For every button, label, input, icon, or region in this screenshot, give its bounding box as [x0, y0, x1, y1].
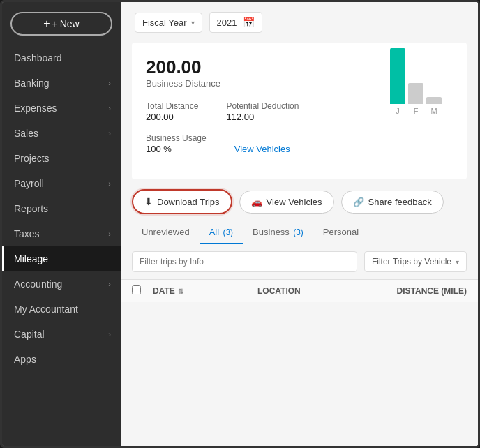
tab-unreviewed[interactable]: Unreviewed: [132, 221, 200, 244]
sidebar-item-expenses-chevron-icon: ›: [108, 104, 111, 112]
sidebar-item-mileage[interactable]: Mileage: [2, 246, 121, 271]
share-feedback-button[interactable]: 🔗 Share feedback: [341, 191, 444, 214]
year-input[interactable]: 2021 📅: [209, 12, 262, 33]
sidebar-item-mileage-label: Mileage: [14, 253, 48, 264]
potential-deduction-value: 112.00: [226, 112, 254, 122]
sidebar-item-taxes-label: Taxes: [14, 228, 40, 239]
sidebar-item-accounting-chevron-icon: ›: [108, 280, 111, 288]
sidebar-item-apps-label: Apps: [14, 354, 36, 365]
filter-vehicle-select[interactable]: Filter Trips by Vehicle ▾: [364, 251, 467, 272]
sidebar-item-expenses-label: Expenses: [14, 103, 57, 114]
card-data: 200.00 Business Distance Total Distance …: [146, 57, 379, 165]
main-distance-value: 200.00: [146, 57, 379, 78]
table-checkbox-col: [132, 285, 146, 297]
sidebar: + + New DashboardBanking›Expenses›Sales›…: [2, 2, 121, 446]
table-header: DATE ⇅ LOCATION DISTANCE (MILE): [121, 279, 478, 302]
chart-bar-label-J: J: [396, 107, 400, 115]
view-vehicles-button[interactable]: 🚗 View Vehicles: [239, 191, 334, 214]
tab-unreviewed-label: Unreviewed: [142, 227, 190, 237]
card-subtitle: Business Distance: [146, 78, 379, 89]
tabs-row: UnreviewedAll (3)Business (3)Personal: [121, 221, 478, 244]
potential-deduction-label: Potential Deduction: [226, 101, 299, 111]
sidebar-item-projects-label: Projects: [14, 153, 50, 164]
feedback-icon: 🔗: [353, 197, 364, 207]
fiscal-year-label: Fiscal Year: [142, 17, 187, 28]
fiscal-year-select[interactable]: Fiscal Year ▾: [135, 13, 202, 33]
app-container: + + New DashboardBanking›Expenses›Sales›…: [0, 0, 480, 448]
card-stats: Total Distance 200.00 Potential Deductio…: [146, 101, 379, 122]
business-usage-value: 100 %: [146, 144, 172, 154]
download-icon: ⬇: [144, 196, 153, 207]
sidebar-item-payroll[interactable]: Payroll›: [2, 171, 121, 196]
location-column-header: LOCATION: [257, 286, 390, 296]
actions-row: ⬇ Download Trips 🚗 View Vehicles 🔗 Share…: [121, 179, 478, 221]
fiscal-year-chevron-icon: ▾: [191, 19, 195, 27]
sidebar-item-my-accountant-label: My Accountant: [14, 304, 78, 315]
download-trips-button[interactable]: ⬇ Download Trips: [132, 189, 232, 214]
filters-row: Filter Trips by Vehicle ▾: [121, 244, 478, 279]
tab-all[interactable]: All (3): [200, 221, 243, 244]
distance-column-header: DISTANCE (MILE): [397, 286, 467, 296]
total-distance-stat: Total Distance 200.00: [146, 101, 198, 122]
chart-bar-fill-J: [390, 48, 405, 104]
sidebar-item-expenses[interactable]: Expenses›: [2, 96, 121, 121]
chart-bar-fill-M: [426, 97, 442, 104]
chart-area: JFM: [390, 57, 453, 126]
tab-business[interactable]: Business (3): [243, 221, 313, 244]
view-vehicles-link[interactable]: View Vehicles: [234, 144, 290, 154]
business-usage-label: Business Usage: [146, 133, 207, 143]
sidebar-item-capital-label: Capital: [14, 329, 45, 340]
tab-personal-label: Personal: [323, 227, 359, 237]
tab-business-label: Business: [253, 227, 290, 237]
total-distance-value: 200.00: [146, 112, 174, 122]
sidebar-item-accounting-label: Accounting: [14, 278, 62, 290]
sidebar-item-reports[interactable]: Reports: [2, 196, 121, 221]
tab-all-label: All: [209, 227, 219, 237]
chart-bar-J: J: [390, 48, 405, 115]
view-vehicles-label: View Vehicles: [267, 197, 322, 207]
sidebar-item-apps[interactable]: Apps: [2, 347, 121, 372]
sidebar-item-sales[interactable]: Sales›: [2, 121, 121, 146]
sidebar-item-projects[interactable]: Projects: [2, 146, 121, 171]
date-sort-icon: ⇅: [178, 288, 183, 295]
summary-card: 200.00 Business Distance Total Distance …: [132, 43, 467, 179]
sidebar-item-taxes[interactable]: Taxes›: [2, 221, 121, 246]
sidebar-item-dashboard-label: Dashboard: [14, 52, 62, 64]
view-vehicles-stat: x View Vehicles: [234, 133, 290, 154]
tab-personal[interactable]: Personal: [313, 221, 368, 244]
sidebar-item-payroll-chevron-icon: ›: [108, 179, 111, 188]
tab-business-badge: (3): [291, 227, 303, 237]
sidebar-item-capital-chevron-icon: ›: [108, 330, 111, 338]
top-bar: Fiscal Year ▾ 2021 📅: [121, 2, 478, 43]
sidebar-item-banking[interactable]: Banking›: [2, 70, 121, 96]
chart-bar-M: M: [426, 97, 442, 115]
year-value: 2021: [217, 17, 237, 28]
card-stats-2: Business Usage 100 % x View Vehicles: [146, 133, 379, 154]
chart-bar-fill-F: [408, 83, 423, 104]
sidebar-item-taxes-chevron-icon: ›: [108, 230, 111, 238]
sidebar-item-accounting[interactable]: Accounting›: [2, 271, 121, 297]
plus-icon: +: [43, 17, 50, 30]
main-content: Fiscal Year ▾ 2021 📅 200.00 Business Dis…: [121, 2, 478, 446]
sidebar-nav: DashboardBanking›Expenses›Sales›Projects…: [2, 45, 121, 446]
total-distance-label: Total Distance: [146, 101, 198, 111]
sidebar-item-payroll-label: Payroll: [14, 178, 44, 189]
sidebar-item-banking-chevron-icon: ›: [108, 79, 111, 87]
tab-all-badge: (3): [220, 227, 233, 237]
sidebar-item-dashboard[interactable]: Dashboard: [2, 45, 121, 70]
new-button[interactable]: + + New: [10, 12, 112, 36]
share-feedback-label: Share feedback: [368, 197, 432, 207]
chart-bar-label-M: M: [430, 107, 437, 115]
filter-info-input[interactable]: [132, 251, 357, 272]
chart-bar-label-F: F: [414, 107, 419, 115]
select-all-checkbox[interactable]: [132, 285, 141, 294]
potential-deduction-stat: Potential Deduction 112.00: [226, 101, 299, 122]
chart-bar-F: F: [408, 83, 423, 115]
business-usage-stat: Business Usage 100 %: [146, 133, 207, 154]
date-column-header[interactable]: DATE ⇅: [153, 286, 250, 296]
filter-vehicle-chevron-icon: ▾: [456, 258, 459, 266]
download-trips-label: Download Trips: [157, 197, 220, 207]
sidebar-item-my-accountant[interactable]: My Accountant: [2, 297, 121, 322]
filter-vehicle-label: Filter Trips by Vehicle: [372, 257, 451, 267]
sidebar-item-capital[interactable]: Capital›: [2, 322, 121, 347]
